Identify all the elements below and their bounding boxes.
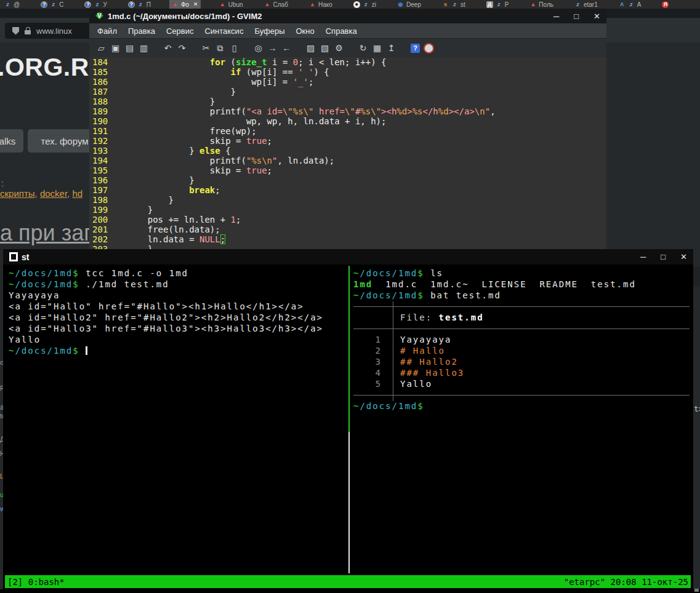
code-line: 201 free(ln.data);: [89, 225, 606, 234]
terminal-line: 1md 1md.c 1md.c~ LICENSE README test.md: [353, 279, 691, 290]
sleep-icon: z: [496, 1, 502, 8]
maximize-icon[interactable]: □: [661, 252, 666, 261]
sleep-icon: z: [451, 1, 458, 8]
tag-jump-icon[interactable]: ↥: [384, 43, 398, 53]
taskbar-item[interactable]: zetar1: [572, 0, 600, 9]
taskbar-item[interactable]: z@: [2, 0, 22, 9]
taskbar-item[interactable]: ◉Deep: [395, 0, 424, 9]
taskbar-item[interactable]: ?zП: [126, 0, 153, 9]
minimize-icon[interactable]: ─: [553, 12, 559, 21]
help-find-icon[interactable]: ?: [411, 44, 420, 53]
taskbar-item[interactable]: ▲Ubun: [217, 0, 246, 9]
sleep-icon: z: [50, 1, 57, 8]
sleep-icon: z: [137, 1, 144, 8]
taskbar-item[interactable]: Я: [659, 0, 674, 9]
gvim-menu-item[interactable]: Синтаксис: [199, 26, 249, 36]
forum-tab-talks[interactable]: alks: [0, 129, 23, 153]
gvim-menu-item[interactable]: Окно: [291, 26, 320, 36]
tmux-pane-divider-active[interactable]: [348, 266, 350, 432]
right-pane-prompt: ~/docs/1md$: [353, 401, 691, 412]
shield-icon[interactable]: [12, 27, 19, 35]
redo-icon[interactable]: ↷: [175, 43, 189, 53]
run-script-icon[interactable]: ⚙: [332, 43, 346, 53]
code-line: 199 }: [89, 205, 606, 215]
gvim-menu-item[interactable]: Справка: [320, 26, 363, 36]
taskbar-item[interactable]: ●zzi: [351, 0, 379, 9]
save-icon[interactable]: ▣: [108, 43, 123, 53]
st-icon: s: [442, 1, 449, 8]
terminal-line: <a id="Hallo2" href="#Hallo2"><h2>Hallo2…: [9, 312, 344, 324]
session-save-icon[interactable]: ▧: [318, 43, 332, 53]
close-icon[interactable]: ✕: [193, 1, 198, 7]
taskbar-item[interactable]: ▲Фо✕: [169, 0, 201, 9]
code-line: 191 free(wp);: [89, 126, 606, 136]
gvim-titlebar[interactable]: V 1md.c (~/Документы/docs/1md) - GVIM2 ─…: [89, 9, 606, 23]
link-scripts[interactable]: скрипты: [0, 188, 35, 199]
link-hd[interactable]: hd: [72, 188, 82, 199]
terminal-line: <a id="Hallo" href="#Hallo"><h1>Hallo</h…: [9, 301, 344, 312]
code-line: 194 printf("%s\n", ln.data);: [89, 156, 606, 165]
gvim-menu-item[interactable]: Сервис: [161, 26, 199, 36]
code-line: 197 break;: [89, 185, 606, 195]
taskbar-item[interactable]: ▲Поль: [527, 0, 556, 9]
taskbar: z@?zC?zУ?zП▲Фо✕▲Ubun▲Слаб▲Нако●zzi◉Deeps…: [0, 0, 700, 9]
open-icon[interactable]: ▱: [94, 43, 108, 53]
code-line: 188 }: [89, 97, 606, 106]
taskbar-item[interactable]: szst: [440, 0, 468, 9]
code-line: 186 wp[i] = '_';: [89, 77, 606, 87]
tmux-right-pane[interactable]: ~/docs/1md$ ls1md 1md.c 1md.c~ LICENSE R…: [353, 268, 691, 412]
terminal-window-title: st: [22, 252, 637, 262]
terminal-titlebar[interactable]: st ─ □ ✕: [3, 249, 693, 265]
close-icon[interactable]: ✕: [593, 12, 600, 21]
print-icon[interactable]: ▥: [137, 43, 151, 53]
terminal-line: Yallo: [9, 335, 344, 346]
bat-row: 3## Hallo2: [353, 357, 691, 368]
tmux-left-pane[interactable]: ~/docs/1md$ tcc 1md.c -o 1md~/docs/1md$ …: [9, 268, 344, 357]
code-line: 203 }: [89, 244, 606, 249]
terminal-cursor: [86, 346, 87, 355]
taskbar-item[interactable]: ?zC: [38, 0, 66, 9]
undo-icon[interactable]: ↶: [161, 43, 175, 53]
maximize-icon[interactable]: □: [574, 12, 579, 21]
sleep-icon: z: [363, 1, 369, 8]
code-line: 192 skip = true;: [89, 136, 606, 146]
taskbar-item[interactable]: ДzP: [484, 0, 512, 9]
taskbar-item-label: Deep: [406, 1, 421, 8]
code-line: 198 }: [89, 195, 606, 205]
make-icon[interactable]: ↻: [356, 43, 370, 53]
taskbar-item-label: Фо: [181, 1, 189, 8]
minimize-icon[interactable]: ─: [640, 252, 646, 261]
find-next-icon[interactable]: →: [265, 43, 280, 53]
tmux-pane-divider[interactable]: [348, 432, 350, 573]
gvim-menubar: ФайлПравкаСервисСинтаксисБуферыОкноСправ…: [89, 23, 606, 38]
cut-icon[interactable]: ✂: [199, 43, 213, 53]
close-icon[interactable]: ✕: [680, 252, 687, 261]
right-pane-shell-lines: ~/docs/1md$ ls1md 1md.c 1md.c~ LICENSE R…: [353, 268, 691, 301]
taskbar-item[interactable]: ?zУ: [82, 0, 109, 9]
save-all-icon[interactable]: ▤: [123, 43, 137, 53]
taskbar-item-label: st: [461, 1, 465, 8]
topic-title-text[interactable]: а при заг: [0, 220, 92, 246]
session-load-icon[interactable]: ▨: [304, 43, 318, 53]
taskbar-item[interactable]: ΛzA: [616, 0, 644, 9]
taskbar-item[interactable]: ▲Слаб: [262, 0, 291, 9]
code-line: 189 printf("<a id=\"%s\" href=\"#%s\"><h…: [89, 106, 606, 116]
copy-icon[interactable]: ⧉: [213, 43, 227, 54]
help-icon[interactable]: ○: [424, 43, 434, 54]
link-docker[interactable]: docker: [40, 188, 67, 199]
terminal-app-icon: [9, 252, 18, 261]
find-icon[interactable]: ◎: [251, 43, 265, 53]
gvim-menu-item[interactable]: Файл: [92, 26, 123, 36]
page-text-fragment: t>: [694, 404, 700, 413]
terminal-line: ~/docs/1md$ ls: [353, 268, 691, 279]
gvim-window: V 1md.c (~/Документы/docs/1md) - GVIM2 ─…: [89, 9, 606, 249]
gvim-menu-item[interactable]: Буферы: [249, 26, 290, 36]
grid-icon[interactable]: ▦: [370, 43, 384, 53]
gvim-code-area[interactable]: 184 for (size_t i = 0; i < len; i++) {18…: [89, 57, 606, 249]
taskbar-item[interactable]: ▲Нако: [307, 0, 335, 9]
gvim-menu-item[interactable]: Правка: [123, 26, 161, 36]
find-prev-icon[interactable]: ←: [280, 43, 294, 53]
paste-icon[interactable]: ▯: [227, 43, 241, 53]
page-text-colon: :: [1, 178, 4, 188]
taskbar-item-label: zi: [372, 1, 376, 8]
